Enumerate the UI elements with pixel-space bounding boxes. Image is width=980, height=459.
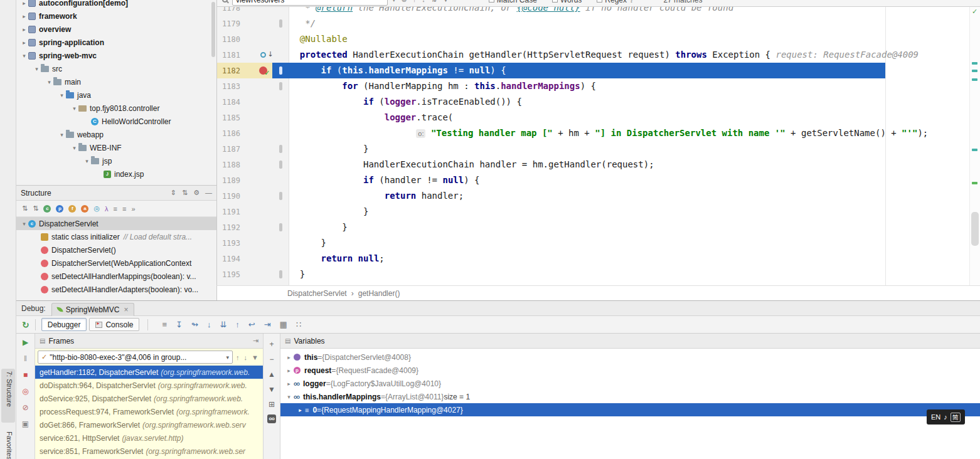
- next-match-icon[interactable]: ↓: [422, 0, 425, 4]
- force-step-into-icon[interactable]: ⇊: [220, 320, 226, 329]
- show-lambdas-icon[interactable]: λ: [105, 205, 109, 213]
- debug-session-tab[interactable]: SpringWebMVC ×: [51, 303, 134, 316]
- structure-item[interactable]: DispatcherServlet(): [16, 243, 216, 256]
- camera-icon[interactable]: ▣: [22, 419, 29, 430]
- fold-gutter[interactable]: [272, 63, 289, 78]
- project-tree-item[interactable]: ▾main: [16, 75, 216, 88]
- chevron-right-icon[interactable]: ▸: [284, 381, 294, 387]
- search-match-mark[interactable]: [972, 149, 977, 151]
- show-inherited-icon[interactable]: ◎: [93, 204, 100, 213]
- fold-gutter[interactable]: [272, 266, 289, 282]
- chevron-down-icon[interactable]: ▾: [45, 79, 53, 85]
- run-to-cursor-icon[interactable]: ⇥: [264, 320, 271, 329]
- gutter-icon-cell[interactable]: [253, 251, 272, 266]
- duplicate-icon[interactable]: ⊞: [269, 399, 275, 409]
- frame-row[interactable]: getHandler:1182, DispatcherServlet(org.s…: [35, 366, 263, 379]
- project-tree-item[interactable]: ▸spring-application: [16, 36, 216, 49]
- chevron-right-icon[interactable]: ▸: [20, 0, 28, 6]
- chevron-down-icon[interactable]: ▾: [70, 145, 78, 151]
- editor-scrollbar-thumb[interactable]: [971, 212, 979, 246]
- project-tree-item[interactable]: ▾top.fjy8018.controller: [16, 102, 216, 115]
- frame-row[interactable]: doDispatch:964, DispatcherServlet(org.sp…: [35, 379, 263, 392]
- line-number[interactable]: 1192: [217, 219, 253, 235]
- line-number[interactable]: 1193: [217, 235, 253, 251]
- line-number[interactable]: 1180: [217, 31, 253, 47]
- code-text[interactable]: }: [289, 141, 969, 157]
- chevron-down-icon[interactable]: ▾: [33, 66, 41, 72]
- autoscroll-icon[interactable]: ⇅: [182, 189, 188, 197]
- line-number[interactable]: 1179: [217, 16, 253, 31]
- chevron-down-icon[interactable]: ▾: [284, 394, 294, 400]
- gutter-icon-cell[interactable]: [253, 219, 272, 235]
- chevron-down-icon[interactable]: ▾: [58, 92, 66, 98]
- fold-marker-icon[interactable]: [279, 270, 282, 278]
- code-text[interactable]: }: [289, 266, 969, 282]
- gutter-icon-cell[interactable]: [253, 188, 272, 204]
- structure-item[interactable]: DispatcherServlet(WebApplicationContext: [16, 256, 216, 270]
- code-text[interactable]: HandlerExecutionChain handler = hm.getHa…: [289, 157, 969, 172]
- ime-indicator[interactable]: EN ♪ 简: [927, 409, 965, 425]
- move-down-icon[interactable]: ▼: [268, 384, 275, 394]
- code-text[interactable]: }: [289, 235, 969, 251]
- fold-gutter[interactable]: [272, 47, 289, 63]
- change-mark[interactable]: [972, 182, 977, 184]
- fold-marker-icon[interactable]: [279, 82, 282, 90]
- view-breakpoints-icon[interactable]: ◎: [22, 386, 28, 397]
- fold-gutter[interactable]: [272, 235, 289, 251]
- fold-gutter[interactable]: [272, 125, 289, 141]
- line-number[interactable]: 1195: [217, 266, 253, 282]
- gutter-icon-cell[interactable]: [253, 235, 272, 251]
- line-number[interactable]: 1186: [217, 125, 253, 141]
- add-watch-icon[interactable]: +: [269, 339, 274, 349]
- fold-marker-icon[interactable]: [279, 192, 282, 200]
- layout-settings-icon[interactable]: ≡: [162, 320, 167, 329]
- project-tree-item[interactable]: ▸framework: [16, 9, 216, 23]
- chevron-down-icon[interactable]: ▾: [83, 158, 91, 164]
- fold-gutter[interactable]: [272, 94, 289, 110]
- code-text[interactable]: o: "Testing handler map [" + hm + "] in …: [289, 125, 969, 142]
- prev-match-icon[interactable]: ↑: [413, 0, 417, 4]
- tool-button-favorites[interactable]: Favorites: [6, 431, 13, 459]
- search-match-mark[interactable]: [972, 70, 977, 72]
- gutter-icon-cell[interactable]: [253, 63, 272, 78]
- filter-frames-icon[interactable]: ▼: [252, 354, 258, 361]
- breadcrumb-method[interactable]: getHandler(): [358, 289, 400, 298]
- show-fields-icon[interactable]: f: [68, 205, 76, 213]
- step-over-icon[interactable]: ↬: [191, 320, 198, 329]
- show-non-public-icon[interactable]: a: [81, 205, 88, 213]
- step-into-icon[interactable]: ↓: [207, 320, 211, 329]
- sort-by-visibility-icon[interactable]: ⇅: [22, 204, 28, 213]
- line-number[interactable]: 1183: [217, 78, 253, 94]
- variable-row[interactable]: ▾oothis.handlerMappings = {ArrayList@401…: [280, 390, 980, 403]
- variable-row[interactable]: ▸prequest = {RequestFacade@4009}: [280, 364, 980, 377]
- project-tree-item[interactable]: Jindex.jsp: [16, 167, 216, 181]
- gutter-icon-cell[interactable]: [253, 125, 272, 141]
- show-properties-icon[interactable]: p: [56, 205, 63, 213]
- sort-alphabetically-icon[interactable]: ⇅: [33, 204, 38, 213]
- code-text[interactable]: */: [289, 16, 969, 31]
- fold-gutter[interactable]: [272, 251, 289, 266]
- remove-watch-icon[interactable]: −: [269, 354, 274, 364]
- editor[interactable]: 1178 * @return the HandlerExecutionChain…: [216, 0, 980, 285]
- stop-icon[interactable]: ■: [23, 370, 28, 381]
- thread-dropdown[interactable]: ✓ "http-bio-8080-exec-3"@4,006 in group.…: [38, 351, 233, 364]
- fold-marker-icon[interactable]: [279, 66, 282, 75]
- structure-item[interactable]: setDetectAllHandlerAdapters(boolean): vo…: [16, 283, 216, 296]
- frame-row[interactable]: doService:925, DispatcherServlet(org.spr…: [35, 392, 263, 405]
- chevron-right-icon[interactable]: ▸: [20, 13, 28, 19]
- drop-frame-icon[interactable]: ↩: [248, 320, 255, 329]
- filter-search-icon[interactable]: ▼: [442, 0, 449, 4]
- frame-row[interactable]: service:621, HttpServlet(javax.servlet.h…: [35, 431, 263, 445]
- more-options-icon[interactable]: ∷: [296, 320, 301, 329]
- fold-gutter[interactable]: [272, 141, 289, 157]
- code-text[interactable]: if (logger.isTraceEnabled()) {: [289, 94, 969, 110]
- frame-row[interactable]: doGet:866, FrameworkServlet(org.springfr…: [35, 418, 263, 431]
- project-tree-item[interactable]: ▾spring-web-mvc: [16, 49, 216, 62]
- line-number[interactable]: 1184: [217, 94, 253, 110]
- chevron-down-icon[interactable]: ▾: [20, 221, 28, 227]
- project-tree-item[interactable]: ▾WEB-INF: [16, 141, 216, 154]
- pause-icon[interactable]: ‖: [24, 354, 27, 364]
- project-tree-item[interactable]: ▸autoconfiguration [demo]: [16, 0, 216, 9]
- structure-item[interactable]: ▾cDispatcherServlet: [16, 217, 216, 230]
- search-match-mark[interactable]: [972, 78, 977, 81]
